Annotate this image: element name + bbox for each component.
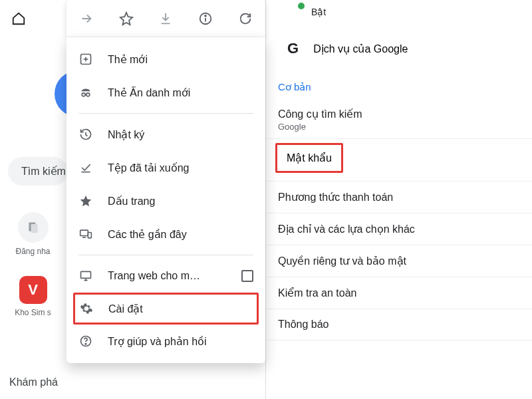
sync-status-row[interactable]: Bật	[266, 0, 532, 24]
svg-point-9	[86, 93, 90, 96]
svg-rect-15	[81, 271, 91, 278]
menu-divider	[78, 255, 253, 255]
menu-divider	[78, 113, 253, 114]
menu-new-tab[interactable]: Thẻ mới	[66, 43, 265, 76]
info-icon[interactable]	[192, 5, 219, 32]
svg-point-4	[205, 15, 206, 16]
google-services-label: Dịch vụ của Google	[313, 43, 408, 55]
menu-item-label: Thẻ Ẩn danh mới	[108, 86, 253, 99]
shortcut-label: Kho Sim s	[8, 308, 58, 317]
shortcut-item[interactable]: V Kho Sim s	[8, 276, 58, 317]
download-done-icon	[78, 160, 93, 175]
right-screenshot: Bật G Dịch vụ của Google Cơ bản Công cụ …	[266, 0, 532, 399]
forward-icon[interactable]	[73, 5, 100, 32]
svg-rect-14	[88, 233, 91, 238]
discover-label: Khám phá	[9, 376, 58, 388]
incognito-icon	[78, 85, 93, 100]
gear-icon	[79, 301, 94, 316]
menu-item-label: Cài đặt	[108, 303, 253, 315]
menu-incognito[interactable]: Thẻ Ẩn danh mới	[66, 76, 265, 109]
settings-notifications[interactable]: Thông báo	[266, 309, 532, 340]
menu-help[interactable]: Trợ giúp và phản hồi	[66, 325, 265, 358]
google-services-row[interactable]: G Dịch vụ của Google	[266, 24, 532, 73]
devices-icon	[78, 227, 93, 241]
settings-passwords[interactable]: Mật khẩu	[275, 143, 343, 173]
checkbox-icon[interactable]	[241, 270, 253, 282]
reload-icon[interactable]	[232, 5, 259, 32]
section-basic-header: Cơ bản	[266, 73, 532, 101]
item-title: Công cụ tìm kiếm	[278, 108, 520, 120]
plus-square-icon	[78, 52, 93, 66]
menu-item-label: Nhật ký	[108, 128, 253, 141]
svg-point-8	[82, 93, 85, 96]
shortcut-label: Đăng nha	[8, 247, 58, 256]
menu-item-label: Dấu trang	[108, 195, 253, 207]
download-icon[interactable]	[152, 5, 179, 32]
menu-toolbar	[66, 0, 265, 37]
settings-search-engine[interactable]: Công cụ tìm kiếm Google	[266, 101, 532, 139]
settings-payment[interactable]: Phương thức thanh toán	[266, 182, 532, 213]
help-icon	[78, 334, 93, 348]
menu-recent-tabs[interactable]: Các thẻ gần đây	[66, 217, 265, 251]
menu-item-label: Các thẻ gần đây	[108, 228, 253, 241]
item-subtitle: Google	[278, 122, 520, 132]
shortcut-icon: V	[19, 276, 47, 304]
star-filled-icon	[78, 194, 93, 208]
search-chip[interactable]: Tìm kiếm	[8, 157, 68, 186]
menu-bookmarks[interactable]: Dấu trang	[66, 184, 265, 217]
menu-item-label: Thẻ mới	[108, 53, 253, 66]
menu-history[interactable]: Nhật ký	[66, 118, 265, 151]
shortcut-icon	[18, 212, 49, 243]
shortcut-item[interactable]: Đăng nha	[8, 212, 58, 256]
menu-item-label: Trợ giúp và phản hồi	[108, 335, 253, 348]
menu-downloads[interactable]: Tệp đã tải xuống	[66, 151, 265, 184]
star-icon[interactable]	[113, 5, 140, 32]
settings-privacy[interactable]: Quyền riêng tư và bảo mật	[266, 245, 532, 277]
svg-rect-12	[80, 230, 88, 235]
menu-desktop-site[interactable]: Trang web cho m…	[66, 259, 265, 293]
left-screenshot: Tìm kiếm Đăng nha V Kho Sim s Khám phá	[0, 0, 266, 399]
history-icon	[78, 127, 93, 142]
svg-point-19	[85, 343, 86, 344]
desktop-icon	[78, 269, 93, 283]
overflow-menu: Thẻ mới Thẻ Ẩn danh mới Nhật ký Tệp đã t…	[66, 37, 265, 363]
google-g-icon: G	[287, 40, 299, 57]
menu-settings[interactable]: Cài đặt	[73, 293, 259, 325]
menu-item-label: Tệp đã tải xuống	[108, 162, 253, 174]
home-icon[interactable]	[5, 5, 32, 32]
settings-addresses[interactable]: Địa chỉ và các lựa chọn khác	[266, 213, 532, 245]
svg-rect-1	[31, 224, 37, 233]
status-dot-icon	[298, 3, 305, 9]
settings-safety-check[interactable]: Kiểm tra an toàn	[266, 277, 532, 309]
menu-item-label: Trang web cho m…	[108, 270, 227, 282]
status-on-label: Bật	[311, 7, 520, 17]
